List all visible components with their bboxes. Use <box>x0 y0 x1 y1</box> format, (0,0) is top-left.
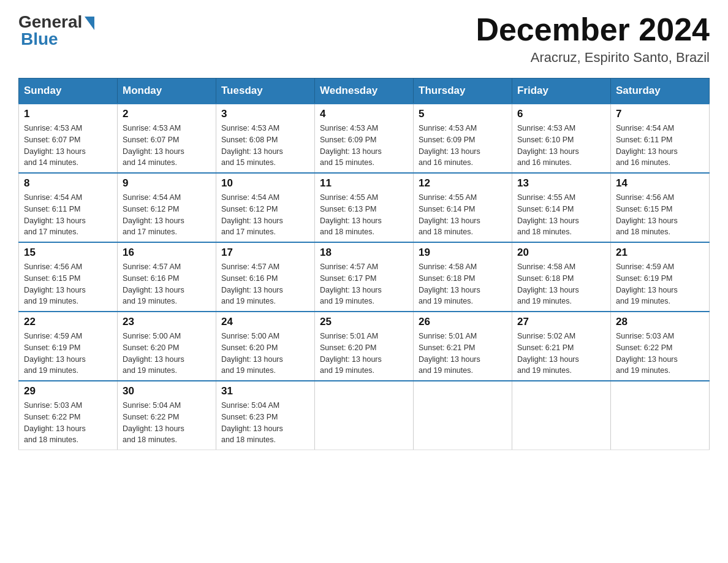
day-number: 21 <box>616 247 704 259</box>
calendar-cell: 15Sunrise: 4:56 AMSunset: 6:15 PMDayligh… <box>19 242 118 312</box>
day-number: 18 <box>320 247 408 259</box>
day-number: 10 <box>221 177 309 190</box>
calendar-cell: 7Sunrise: 4:54 AMSunset: 6:11 PMDaylight… <box>611 104 710 173</box>
calendar-cell: 2Sunrise: 4:53 AMSunset: 6:07 PMDaylight… <box>118 104 216 173</box>
day-number: 9 <box>123 177 211 190</box>
day-info: Sunrise: 5:03 AMSunset: 6:22 PMDaylight:… <box>616 331 704 377</box>
calendar-cell: 27Sunrise: 5:02 AMSunset: 6:21 PMDayligh… <box>512 312 611 381</box>
day-info: Sunrise: 4:58 AMSunset: 6:18 PMDaylight:… <box>517 261 605 307</box>
calendar-cell: 13Sunrise: 4:55 AMSunset: 6:14 PMDayligh… <box>512 173 611 242</box>
day-number: 20 <box>517 247 605 259</box>
day-info: Sunrise: 5:00 AMSunset: 6:20 PMDaylight:… <box>123 331 211 377</box>
day-info: Sunrise: 4:55 AMSunset: 6:13 PMDaylight:… <box>320 192 408 238</box>
day-number: 29 <box>24 385 112 397</box>
day-number: 24 <box>221 316 309 328</box>
calendar-cell: 26Sunrise: 5:01 AMSunset: 6:21 PMDayligh… <box>414 312 512 381</box>
day-info: Sunrise: 4:53 AMSunset: 6:09 PMDaylight:… <box>419 123 507 169</box>
calendar-week-1: 1Sunrise: 4:53 AMSunset: 6:07 PMDaylight… <box>19 104 710 173</box>
day-number: 27 <box>517 316 605 328</box>
day-number: 15 <box>24 247 112 259</box>
day-number: 6 <box>517 108 605 120</box>
column-header-tuesday: Tuesday <box>216 79 315 104</box>
day-number: 4 <box>320 108 408 120</box>
day-number: 2 <box>123 108 211 120</box>
calendar-week-3: 15Sunrise: 4:56 AMSunset: 6:15 PMDayligh… <box>19 242 710 312</box>
day-info: Sunrise: 5:01 AMSunset: 6:21 PMDaylight:… <box>419 331 507 377</box>
calendar-week-4: 22Sunrise: 4:59 AMSunset: 6:19 PMDayligh… <box>19 312 710 381</box>
calendar-cell: 4Sunrise: 4:53 AMSunset: 6:09 PMDaylight… <box>315 104 414 173</box>
calendar-cell: 11Sunrise: 4:55 AMSunset: 6:13 PMDayligh… <box>315 173 414 242</box>
day-info: Sunrise: 4:53 AMSunset: 6:08 PMDaylight:… <box>221 123 309 169</box>
day-info: Sunrise: 4:55 AMSunset: 6:14 PMDaylight:… <box>419 192 507 238</box>
calendar-cell: 22Sunrise: 4:59 AMSunset: 6:19 PMDayligh… <box>19 312 118 381</box>
day-info: Sunrise: 4:54 AMSunset: 6:11 PMDaylight:… <box>616 123 704 169</box>
day-number: 12 <box>419 177 507 190</box>
calendar-cell: 12Sunrise: 4:55 AMSunset: 6:14 PMDayligh… <box>414 173 512 242</box>
day-info: Sunrise: 5:01 AMSunset: 6:20 PMDaylight:… <box>320 331 408 377</box>
day-info: Sunrise: 4:53 AMSunset: 6:07 PMDaylight:… <box>24 123 112 169</box>
day-number: 22 <box>24 316 112 328</box>
day-number: 14 <box>616 177 704 190</box>
calendar-cell <box>512 381 611 450</box>
calendar-cell: 30Sunrise: 5:04 AMSunset: 6:22 PMDayligh… <box>118 381 216 450</box>
day-info: Sunrise: 4:57 AMSunset: 6:16 PMDaylight:… <box>123 261 211 307</box>
calendar-cell: 8Sunrise: 4:54 AMSunset: 6:11 PMDaylight… <box>19 173 118 242</box>
day-number: 26 <box>419 316 507 328</box>
day-info: Sunrise: 4:55 AMSunset: 6:14 PMDaylight:… <box>517 192 605 238</box>
day-number: 7 <box>616 108 704 120</box>
calendar-cell: 16Sunrise: 4:57 AMSunset: 6:16 PMDayligh… <box>118 242 216 312</box>
calendar-cell: 3Sunrise: 4:53 AMSunset: 6:08 PMDaylight… <box>216 104 315 173</box>
calendar-cell: 24Sunrise: 5:00 AMSunset: 6:20 PMDayligh… <box>216 312 315 381</box>
column-header-friday: Friday <box>512 79 611 104</box>
calendar-cell: 28Sunrise: 5:03 AMSunset: 6:22 PMDayligh… <box>611 312 710 381</box>
day-info: Sunrise: 4:53 AMSunset: 6:09 PMDaylight:… <box>320 123 408 169</box>
calendar-week-2: 8Sunrise: 4:54 AMSunset: 6:11 PMDaylight… <box>19 173 710 242</box>
calendar-cell: 21Sunrise: 4:59 AMSunset: 6:19 PMDayligh… <box>611 242 710 312</box>
day-number: 23 <box>123 316 211 328</box>
day-info: Sunrise: 4:53 AMSunset: 6:10 PMDaylight:… <box>517 123 605 169</box>
day-info: Sunrise: 4:57 AMSunset: 6:17 PMDaylight:… <box>320 261 408 307</box>
day-number: 19 <box>419 247 507 259</box>
column-header-sunday: Sunday <box>19 79 118 104</box>
logo: General Blue <box>18 12 94 49</box>
calendar-cell: 19Sunrise: 4:58 AMSunset: 6:18 PMDayligh… <box>414 242 512 312</box>
calendar-table: SundayMondayTuesdayWednesdayThursdayFrid… <box>18 78 710 450</box>
day-info: Sunrise: 5:03 AMSunset: 6:22 PMDaylight:… <box>24 400 112 446</box>
day-info: Sunrise: 5:02 AMSunset: 6:21 PMDaylight:… <box>517 331 605 377</box>
calendar-cell: 10Sunrise: 4:54 AMSunset: 6:12 PMDayligh… <box>216 173 315 242</box>
calendar-cell <box>611 381 710 450</box>
day-info: Sunrise: 4:53 AMSunset: 6:07 PMDaylight:… <box>123 123 211 169</box>
day-number: 1 <box>24 108 112 120</box>
day-info: Sunrise: 5:04 AMSunset: 6:23 PMDaylight:… <box>221 400 309 446</box>
day-number: 25 <box>320 316 408 328</box>
day-info: Sunrise: 4:54 AMSunset: 6:11 PMDaylight:… <box>24 192 112 238</box>
month-title: December 2024 <box>476 12 710 47</box>
calendar-cell: 18Sunrise: 4:57 AMSunset: 6:17 PMDayligh… <box>315 242 414 312</box>
calendar-cell: 23Sunrise: 5:00 AMSunset: 6:20 PMDayligh… <box>118 312 216 381</box>
day-info: Sunrise: 4:56 AMSunset: 6:15 PMDaylight:… <box>616 192 704 238</box>
calendar-week-5: 29Sunrise: 5:03 AMSunset: 6:22 PMDayligh… <box>19 381 710 450</box>
day-number: 3 <box>221 108 309 120</box>
day-info: Sunrise: 4:59 AMSunset: 6:19 PMDaylight:… <box>616 261 704 307</box>
day-number: 16 <box>123 247 211 259</box>
calendar-cell: 31Sunrise: 5:04 AMSunset: 6:23 PMDayligh… <box>216 381 315 450</box>
calendar-cell <box>414 381 512 450</box>
day-number: 30 <box>123 385 211 397</box>
day-info: Sunrise: 5:04 AMSunset: 6:22 PMDaylight:… <box>123 400 211 446</box>
calendar-cell: 29Sunrise: 5:03 AMSunset: 6:22 PMDayligh… <box>19 381 118 450</box>
day-info: Sunrise: 4:58 AMSunset: 6:18 PMDaylight:… <box>419 261 507 307</box>
calendar-cell <box>315 381 414 450</box>
day-info: Sunrise: 4:54 AMSunset: 6:12 PMDaylight:… <box>221 192 309 238</box>
day-number: 8 <box>24 177 112 190</box>
column-header-monday: Monday <box>118 79 216 104</box>
day-number: 13 <box>517 177 605 190</box>
calendar-cell: 14Sunrise: 4:56 AMSunset: 6:15 PMDayligh… <box>611 173 710 242</box>
column-header-saturday: Saturday <box>611 79 710 104</box>
calendar-cell: 1Sunrise: 4:53 AMSunset: 6:07 PMDaylight… <box>19 104 118 173</box>
day-info: Sunrise: 4:56 AMSunset: 6:15 PMDaylight:… <box>24 261 112 307</box>
calendar-cell: 6Sunrise: 4:53 AMSunset: 6:10 PMDaylight… <box>512 104 611 173</box>
logo-blue-text: Blue <box>21 29 58 49</box>
logo-arrow-icon <box>85 17 94 30</box>
calendar-header-row: SundayMondayTuesdayWednesdayThursdayFrid… <box>19 79 710 104</box>
calendar-cell: 9Sunrise: 4:54 AMSunset: 6:12 PMDaylight… <box>118 173 216 242</box>
